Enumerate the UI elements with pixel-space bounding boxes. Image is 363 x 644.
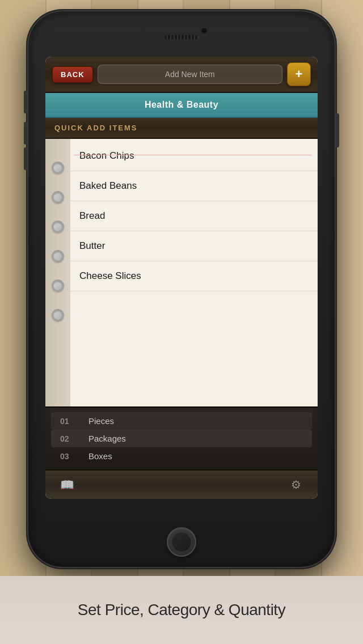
qty-label-2: Packages: [88, 434, 126, 443]
qty-label-1: Pieces: [88, 416, 114, 426]
gear-icon: ⚙: [291, 478, 301, 492]
quantity-row-2[interactable]: 02 Packages: [51, 430, 312, 447]
spiral-ring: [52, 309, 64, 321]
spiral-ring: [52, 191, 64, 204]
bottom-toolbar: 📖 ⚙: [45, 469, 318, 499]
quantity-row-1[interactable]: 01 Pieces: [51, 412, 312, 430]
spiral-ring: [52, 250, 64, 262]
home-button[interactable]: [167, 527, 196, 557]
back-button[interactable]: BACK: [52, 66, 93, 83]
list-item[interactable]: Butter: [70, 231, 318, 261]
notebook-area: Bacon Chips Baked Beans Bread Butter Che…: [45, 139, 318, 406]
spiral-ring: [52, 221, 64, 233]
gear-toolbar-button[interactable]: ⚙: [286, 474, 306, 495]
speaker-grill: [164, 35, 199, 40]
book-toolbar-button[interactable]: 📖: [57, 474, 77, 495]
book-icon: 📖: [60, 478, 74, 492]
qty-label-3: Boxes: [88, 451, 112, 461]
category-bar[interactable]: Health & Beauty: [45, 93, 318, 118]
add-plus-button[interactable]: +: [287, 62, 311, 86]
caption-text: Set Price, Category & Quantity: [78, 601, 285, 619]
quick-add-list: Bacon Chips Baked Beans Bread Butter Che…: [70, 139, 318, 406]
quantity-row-3[interactable]: 03 Boxes: [51, 447, 312, 465]
caption-bar: Set Price, Category & Quantity: [0, 576, 363, 644]
home-button-inner: [171, 532, 192, 552]
quantity-section: 01 Pieces 02 Packages 03 Boxes: [45, 406, 318, 469]
front-camera: [201, 27, 208, 34]
list-item[interactable]: Cheese Slices: [70, 261, 318, 291]
phone-shell: BACK Add New Item + Health & Beauty QUIC…: [28, 11, 335, 567]
qty-number-2: 02: [60, 434, 77, 443]
qty-number-1: 01: [60, 417, 77, 426]
top-bar: BACK Add New Item +: [45, 57, 318, 93]
section-header: QUICK ADD ITEMS: [45, 118, 318, 139]
spiral-binding: [45, 139, 70, 406]
list-item[interactable]: Bread: [70, 201, 318, 231]
spiral-ring: [52, 279, 64, 292]
spiral-ring: [52, 162, 64, 174]
qty-number-3: 03: [60, 452, 77, 461]
screen: BACK Add New Item + Health & Beauty QUIC…: [45, 57, 318, 499]
add-new-input[interactable]: Add New Item: [98, 65, 282, 84]
list-item[interactable]: Bacon Chips: [70, 139, 318, 171]
list-item[interactable]: Baked Beans: [70, 171, 318, 201]
